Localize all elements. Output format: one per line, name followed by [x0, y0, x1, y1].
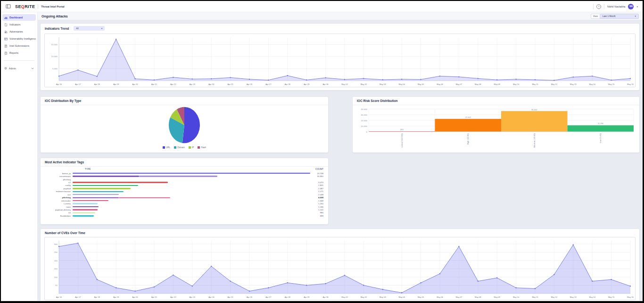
sidebar-item-reports[interactable]: Reports [2, 50, 36, 56]
svg-text:40,000: 40,000 [361, 108, 368, 110]
sidebar-item-vulnerability-intelligence[interactable]: Vulnerability Intelligence [2, 35, 36, 42]
svg-text:20,000: 20,000 [361, 119, 368, 122]
svg-text:Apr 25: Apr 25 [228, 83, 234, 85]
svg-text:Apr 22: Apr 22 [170, 296, 176, 298]
legend-item[interactable]: IP [189, 146, 194, 149]
tag-label: c2 [45, 181, 73, 184]
cves-over-time-chart: 50100150200250300Apr 16Apr 17Apr 18Apr 1… [44, 237, 636, 300]
tag-count: 1,250 [310, 202, 323, 205]
sidebar-item-dashboard[interactable]: Dashboard [2, 14, 36, 21]
svg-text:May 16: May 16 [627, 296, 634, 298]
legend-item[interactable]: URL [163, 146, 170, 149]
svg-text:Apr 23: Apr 23 [190, 83, 196, 85]
svg-text:15,000: 15,000 [51, 43, 58, 46]
tag-label: Bumblebee [45, 215, 73, 217]
tag-bar [73, 209, 310, 210]
svg-text:May 04: May 04 [398, 296, 405, 298]
tag-count: 2,801 [310, 184, 323, 186]
panel-title: Number of CVEs Over Time [45, 231, 85, 235]
svg-text:Apr 19: Apr 19 [113, 83, 119, 85]
panel-title: Indicators Trend [45, 27, 69, 30]
svg-text:Apr 20: Apr 20 [132, 296, 139, 298]
tag-bar [73, 203, 310, 204]
svg-text:May 09: May 09 [494, 296, 500, 298]
sidebar-item-admin[interactable]: ⚙ Admin [2, 65, 36, 72]
page-title: Ongoing Attacks [41, 15, 68, 18]
tag-bar [73, 176, 310, 177]
tag-label: none [45, 206, 73, 208]
trend-filter-select[interactable]: All▾ [74, 26, 105, 31]
adversaries-icon [4, 30, 8, 34]
svg-text:Critical (81-100): Critical (81-100) [401, 133, 403, 147]
svg-text:Apr 29: Apr 29 [304, 296, 310, 298]
tag-count: 1,186 [310, 206, 323, 208]
tag-label: phishing [45, 196, 73, 199]
svg-text:May 14: May 14 [589, 296, 595, 298]
svg-text:May 03: May 03 [380, 83, 386, 85]
svg-text:Apr 24: Apr 24 [208, 296, 215, 298]
user-name: Nikhil Navlakha [607, 5, 626, 8]
tag-bar-segment [119, 197, 170, 198]
legend-swatch [163, 146, 165, 149]
tag-bar [73, 215, 310, 216]
tag-bar-segment [73, 206, 99, 207]
legend-swatch [198, 146, 200, 149]
svg-text:May 10: May 10 [513, 83, 520, 85]
tag-count: 2,039 [310, 194, 323, 196]
reports-icon [4, 51, 8, 55]
tag-bar-segment [73, 182, 168, 183]
svg-text:May 02: May 02 [361, 83, 367, 85]
svg-text:May 05: May 05 [418, 296, 424, 298]
chevron-down-icon: ▾ [635, 15, 636, 17]
sidebar-item-label: Intel Submissions [9, 44, 29, 47]
svg-text:May 06: May 06 [437, 296, 443, 298]
svg-text:Apr 26: Apr 26 [247, 83, 253, 85]
tag-bar [73, 179, 310, 180]
legend-item[interactable]: Hash [198, 146, 206, 149]
tag-bar-segment [73, 176, 139, 177]
tag-bar-segment [73, 197, 119, 198]
tag-bar [73, 185, 310, 186]
tag-bar-segment [73, 203, 98, 204]
panel-title: IOC Risk Score Distribution [357, 99, 397, 102]
tag-bar [73, 188, 310, 189]
svg-text:Apr 17: Apr 17 [75, 296, 81, 298]
tag-bar [73, 194, 310, 195]
svg-text:May 15: May 15 [608, 83, 615, 85]
tag-count: 980 [310, 211, 323, 214]
tag-bar [73, 173, 310, 174]
main-content: Ongoing Attacks View Last 1 Month▾ Indic… [38, 12, 643, 301]
sidebar-items: DashboardIndicatorsAdversariesVulnerabil… [1, 14, 37, 56]
sidebar-item-intel-submissions[interactable]: Intel Submissions [2, 42, 36, 49]
tag-row[interactable]: Bumblebee899 [41, 214, 328, 217]
svg-text:Apr 30: Apr 30 [323, 296, 329, 298]
tag-bar-segment [73, 194, 119, 195]
view-control: View Last 1 Month▾ [591, 14, 639, 19]
legend-item[interactable]: Domain [174, 146, 185, 149]
svg-text:May 04: May 04 [398, 83, 405, 85]
portal-title: Threat Intel Portal [41, 5, 64, 8]
legend-swatch [174, 146, 176, 149]
tag-count: 2,487 [310, 187, 323, 190]
tag-bar-segment [139, 176, 217, 177]
sidebar-item-adversaries[interactable]: Adversaries [2, 28, 36, 35]
svg-text:Apr 17: Apr 17 [75, 83, 81, 85]
tag-count: 1,568 [310, 200, 323, 202]
svg-text:Apr 28: Apr 28 [285, 83, 291, 85]
view-range-select[interactable]: Last 1 Month▾ [600, 14, 639, 19]
intel-submissions-icon [4, 44, 8, 48]
svg-text:50: 50 [55, 284, 58, 286]
svg-text:May 08: May 08 [475, 83, 481, 85]
sidebar-item-indicators[interactable]: Indicators [2, 21, 36, 28]
sidebar-toggle-icon[interactable] [6, 4, 11, 9]
tag-count: 16,660 [310, 175, 323, 177]
svg-text:May 07: May 07 [456, 296, 462, 298]
tag-bar-segment [73, 191, 124, 192]
avatar[interactable]: NN [628, 4, 634, 9]
user-menu-chevron-down-icon[interactable]: ▾ [636, 5, 638, 8]
help-icon[interactable]: ? [596, 4, 601, 9]
dashboard-scroll-area[interactable]: Indicators Trend All▾ 5,00010,00015,000A… [38, 20, 643, 301]
risk-score-bar-chart: 010,00020,00030,00040,000493Critical (81… [355, 105, 637, 152]
tag-label: Lumma [45, 202, 73, 205]
svg-text:May 10: May 10 [513, 296, 520, 298]
